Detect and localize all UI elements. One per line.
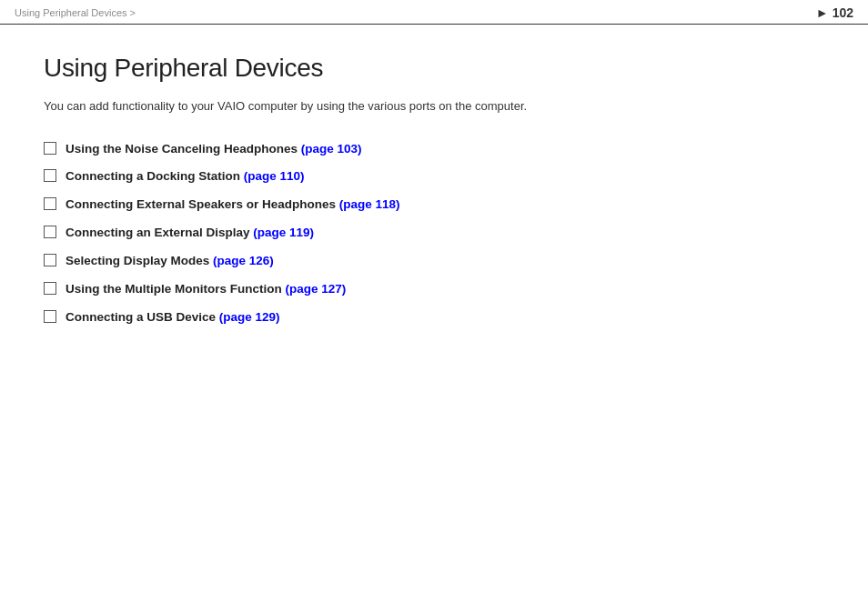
list-item: Connecting a Docking Station (page 110) <box>44 168 824 186</box>
checkbox-icon <box>44 142 56 155</box>
item-page-link[interactable]: (page 126) <box>213 254 274 267</box>
item-page-link[interactable]: (page 118) <box>339 197 400 211</box>
list-item: Connecting an External Display (page 119… <box>44 225 824 242</box>
page-title: Using Peripheral Devices <box>44 54 824 83</box>
list-item: Selecting Display Modes (page 126) <box>44 253 824 270</box>
page-number: 102 <box>833 5 853 20</box>
item-page-link[interactable]: (page 103) <box>301 142 362 156</box>
item-page-link[interactable]: (page 127) <box>285 282 346 296</box>
checkbox-icon <box>44 169 56 182</box>
list-item: Using the Multiple Monitors Function (pa… <box>44 281 824 298</box>
breadcrumb: Using Peripheral Devices > <box>15 7 136 18</box>
list-item: Connecting a USB Device (page 129) <box>44 309 824 327</box>
items-list: Using the Noise Canceling Headphones (pa… <box>44 141 824 327</box>
item-label: Using the Multiple Monitors Function (pa… <box>66 281 346 298</box>
list-item: Using the Noise Canceling Headphones (pa… <box>44 141 824 158</box>
checkbox-icon <box>44 254 56 266</box>
checkbox-icon <box>44 282 56 295</box>
item-label: Connecting an External Display (page 119… <box>66 225 314 242</box>
item-label: Using the Noise Canceling Headphones (pa… <box>66 141 362 158</box>
item-page-link[interactable]: (page 110) <box>244 169 305 183</box>
arrow-right-icon: ► <box>816 5 829 20</box>
item-label: Selecting Display Modes (page 126) <box>66 253 274 270</box>
item-label: Connecting External Speakers or Headphon… <box>66 196 400 214</box>
item-page-link[interactable]: (page 119) <box>253 226 314 239</box>
checkbox-icon <box>44 226 56 238</box>
list-item: Connecting External Speakers or Headphon… <box>44 196 824 214</box>
item-page-link[interactable]: (page 129) <box>219 310 280 324</box>
item-label: Connecting a Docking Station (page 110) <box>66 168 305 186</box>
checkbox-icon <box>44 197 56 210</box>
intro-paragraph: You can add functionality to your VAIO c… <box>44 97 824 116</box>
checkbox-icon <box>44 310 56 323</box>
item-label: Connecting a USB Device (page 129) <box>66 309 280 327</box>
